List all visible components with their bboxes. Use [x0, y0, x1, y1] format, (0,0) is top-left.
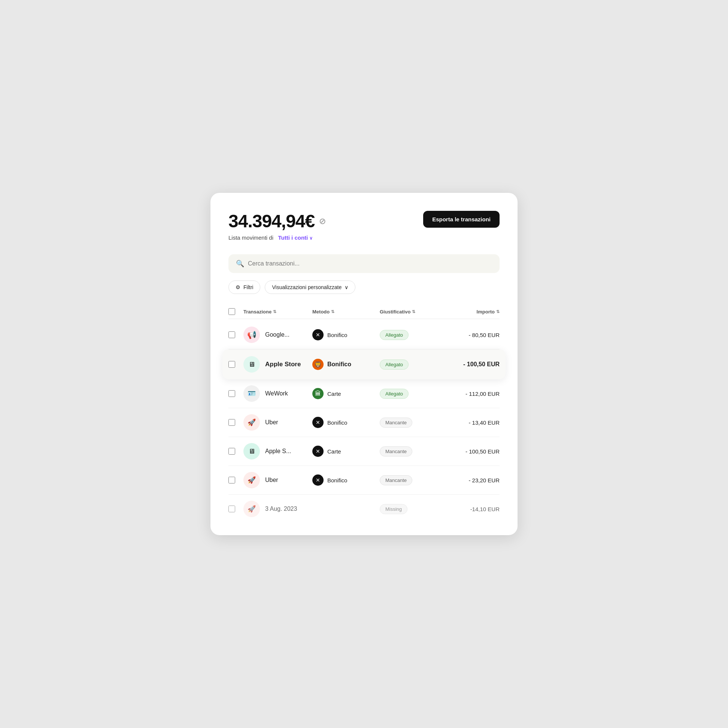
amount-col: - 13,40 EUR [440, 419, 500, 426]
method-icon: ✕ [312, 417, 324, 428]
status-badge: Missing [380, 504, 407, 514]
transaction-icon: 🖥 [243, 356, 260, 373]
transaction-cell: 🖥 Apple S... [243, 443, 312, 459]
views-button[interactable]: Visualizzazioni personalizzate ∨ [265, 280, 355, 294]
row-checkbox[interactable] [228, 419, 235, 426]
status-badge: Allegato [380, 389, 408, 399]
table-row-partial: 🚀 3 Aug. 2023 Missing -14,10 EUR [228, 495, 500, 523]
method-icon: ✕ [312, 446, 324, 457]
status-badge: Mancante [380, 475, 412, 485]
main-card: 34.394,94€ ⊘ Lista movimenti di Tutti i … [211, 193, 517, 535]
transaction-name: 3 Aug. 2023 [265, 506, 297, 512]
header: 34.394,94€ ⊘ Lista movimenti di Tutti i … [228, 211, 500, 241]
status-badge: Allegato [380, 359, 408, 370]
table-header: Transazione ⇅ Metodo ⇅ Giustificativo ⇅ … [228, 304, 500, 319]
sort-transazione-icon[interactable]: ⇅ [273, 309, 276, 314]
amount-col: -14,10 EUR [440, 506, 500, 512]
search-container: 🔍 [228, 254, 500, 273]
checkbox-col [228, 332, 243, 338]
transaction-icon: 🚀 [243, 472, 260, 488]
method-cell: ✕ Bonifico [312, 474, 380, 486]
amount: - 112,00 EUR [465, 391, 500, 397]
transaction-cell: 🚀 Uber [243, 414, 312, 431]
search-input[interactable] [248, 260, 492, 267]
method-cell: ✕ Carte [312, 446, 380, 457]
transaction-icon: 🚀 [243, 414, 260, 431]
badge-col: Mancante [380, 475, 440, 485]
transaction-cell: 🚀 Uber [243, 472, 312, 488]
badge-col: Allegato [380, 359, 440, 370]
filter-button[interactable]: ⚙ Filtri [228, 280, 260, 294]
table-row: 🖥 Apple S... ✕ Carte Mancante - 100,50 E… [228, 437, 500, 466]
table-row-highlighted: 🖥 Apple Store 🦁 Bonifico Allegato - 100,… [222, 349, 506, 379]
amount: - 100,50 EUR [465, 448, 500, 455]
select-all-col [228, 308, 243, 315]
transaction-icon: 🪪 [243, 385, 260, 402]
select-all-checkbox[interactable] [228, 308, 235, 315]
row-checkbox[interactable] [228, 448, 235, 455]
method-name: Bonifico [327, 332, 347, 338]
method-icon: ✕ [312, 329, 324, 340]
amount: - 100,50 EUR [463, 361, 500, 368]
row-checkbox[interactable] [228, 361, 235, 368]
checkbox-col [228, 506, 243, 512]
filter-icon: ⚙ [236, 284, 240, 290]
amount-col: - 100,50 EUR [440, 361, 500, 368]
amount: - 80,50 EUR [468, 332, 500, 338]
row-checkbox[interactable] [228, 332, 235, 338]
transaction-name: Uber [265, 419, 278, 426]
checkbox-col [228, 419, 243, 426]
row-checkbox[interactable] [228, 506, 235, 512]
col-giustificativo: Giustificativo ⇅ [380, 308, 440, 315]
subtitle-prefix: Lista movimenti di [228, 234, 273, 241]
row-checkbox[interactable] [228, 390, 235, 397]
status-badge: Mancante [380, 418, 412, 428]
balance-row: 34.394,94€ ⊘ [228, 211, 326, 231]
export-button[interactable]: Esporta le transazioni [423, 211, 500, 228]
method-icon: ✕ [312, 474, 324, 486]
search-icon: 🔍 [236, 260, 244, 268]
transaction-name: WeWork [265, 390, 288, 397]
checkbox-col [228, 361, 243, 368]
sort-giustificativo-icon[interactable]: ⇅ [412, 309, 415, 314]
transaction-name: Apple Store [265, 361, 301, 368]
method-icon: 🏛 [312, 388, 324, 399]
amount: - 23,20 EUR [468, 477, 500, 483]
checkbox-col [228, 477, 243, 483]
status-badge: Mancante [380, 447, 412, 456]
transaction-cell: 🚀 3 Aug. 2023 [243, 501, 312, 517]
method-cell: 🦁 Bonifico [312, 359, 380, 370]
col-metodo: Metodo ⇅ [312, 308, 380, 315]
method-cell: ✕ Bonifico [312, 417, 380, 428]
table-row: 🚀 Uber ✕ Bonifico Mancante - 23,20 EUR [228, 466, 500, 495]
status-badge: Allegato [380, 330, 408, 340]
table-row: 🚀 Uber ✕ Bonifico Mancante - 13,40 EUR [228, 408, 500, 437]
badge-col: Missing [380, 504, 440, 514]
hide-balance-icon[interactable]: ⊘ [319, 216, 326, 226]
balance-subtitle: Lista movimenti di Tutti i conti ∨ [228, 234, 326, 241]
chevron-down-icon: ∨ [309, 236, 313, 241]
transaction-cell: 🪪 WeWork [243, 385, 312, 402]
transaction-name: Google... [265, 332, 289, 338]
balance-amount: 34.394,94€ [228, 211, 315, 231]
badge-col: Allegato [380, 389, 440, 399]
amount-col: - 100,50 EUR [440, 448, 500, 455]
badge-col: Allegato [380, 330, 440, 340]
method-name: Bonifico [327, 361, 351, 368]
method-name: Carte [327, 391, 341, 397]
chevron-down-icon: ∨ [344, 284, 348, 290]
transaction-cell: 📢 Google... [243, 327, 312, 343]
table: Transazione ⇅ Metodo ⇅ Giustificativo ⇅ … [228, 304, 500, 523]
amount: -14,10 EUR [470, 506, 500, 512]
badge-col: Mancante [380, 447, 440, 456]
table-row: 📢 Google... ✕ Bonifico Allegato - 80,50 … [228, 321, 500, 349]
accounts-link[interactable]: Tutti i conti ∨ [276, 234, 313, 241]
sort-importo-icon[interactable]: ⇅ [496, 309, 500, 314]
method-cell: ✕ Bonifico [312, 329, 380, 340]
transaction-name: Uber [265, 477, 278, 483]
checkbox-col [228, 390, 243, 397]
transaction-icon: 🖥 [243, 443, 260, 459]
method-name: Bonifico [327, 477, 347, 483]
sort-metodo-icon[interactable]: ⇅ [331, 309, 334, 314]
row-checkbox[interactable] [228, 477, 235, 483]
